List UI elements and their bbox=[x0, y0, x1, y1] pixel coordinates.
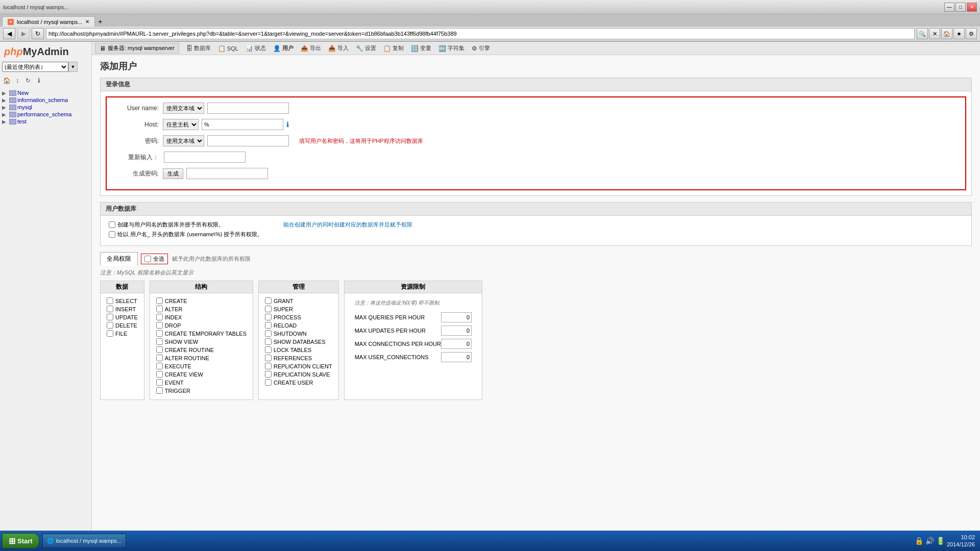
toolbar-sql-btn[interactable]: 📋 SQL bbox=[215, 44, 241, 53]
search-button[interactable]: 🔍 bbox=[917, 28, 928, 39]
reenter-input[interactable] bbox=[164, 152, 246, 163]
minimize-button[interactable]: — bbox=[944, 3, 954, 12]
create-checkbox[interactable] bbox=[156, 297, 163, 304]
resource-connections-input[interactable] bbox=[441, 339, 472, 349]
repl-client-checkbox[interactable] bbox=[265, 363, 272, 369]
execute-checkbox[interactable] bbox=[156, 363, 163, 369]
db-name-new[interactable]: New bbox=[17, 90, 29, 96]
home-button[interactable]: 🏠 bbox=[941, 28, 952, 39]
host-type-select[interactable]: 任意主机 bbox=[163, 119, 199, 130]
process-checkbox[interactable] bbox=[265, 314, 272, 320]
update-checkbox[interactable] bbox=[107, 314, 113, 320]
index-checkbox[interactable] bbox=[156, 314, 163, 320]
user-db-section-box: 用户数据库 创建与用户同名的数据库并授予所有权限。 给以 用户名_ 开头的数据库… bbox=[100, 202, 972, 246]
sidebar-refresh-icon[interactable]: ↻ bbox=[23, 76, 33, 85]
tools-button[interactable]: ⚙ bbox=[966, 28, 977, 39]
delete-checkbox[interactable] bbox=[107, 322, 113, 329]
resource-user-conn-input[interactable] bbox=[441, 352, 472, 362]
back-button[interactable]: ◀ bbox=[3, 28, 15, 39]
toolbar-status-btn[interactable]: 📊 状态 bbox=[242, 43, 269, 53]
db-name-perf[interactable]: performance_schema bbox=[17, 111, 71, 117]
start-button[interactable]: ⊞ Start bbox=[2, 533, 39, 548]
db-item-new[interactable]: ▶ New bbox=[2, 89, 89, 96]
maximize-button[interactable]: □ bbox=[955, 3, 966, 12]
toolbar-charset-btn[interactable]: 🔤 字符集 bbox=[435, 43, 468, 53]
drop-checkbox[interactable] bbox=[156, 322, 163, 329]
select-checkbox[interactable] bbox=[107, 297, 113, 304]
alter-routine-checkbox[interactable] bbox=[156, 355, 163, 361]
toolbar-engines-btn[interactable]: ⚙ 引擎 bbox=[469, 43, 493, 53]
db-icon-test bbox=[9, 119, 16, 124]
address-input[interactable] bbox=[46, 28, 915, 39]
db-item-test[interactable]: ▶ test bbox=[2, 118, 89, 125]
super-checkbox[interactable] bbox=[265, 306, 272, 312]
create-user-label: CREATE USER bbox=[274, 380, 313, 386]
lock-tables-checkbox[interactable] bbox=[265, 346, 272, 353]
taskbar-item-0[interactable]: 🌐 localhost / mysql wamps... bbox=[42, 534, 126, 548]
show-db-checkbox[interactable] bbox=[265, 338, 272, 345]
show-view-checkbox[interactable] bbox=[156, 338, 163, 345]
toolbar-users-btn[interactable]: 👤 用户 bbox=[270, 43, 297, 53]
grant-checkbox[interactable] bbox=[265, 297, 272, 304]
toolbar-sql-label: SQL bbox=[227, 45, 238, 52]
sidebar-info-icon[interactable]: ℹ bbox=[34, 76, 43, 85]
host-input[interactable] bbox=[202, 119, 283, 130]
create-db-checkbox[interactable] bbox=[109, 221, 115, 228]
create-view-checkbox[interactable] bbox=[156, 371, 163, 378]
check-all-checkbox[interactable] bbox=[144, 256, 151, 262]
favorites-button[interactable]: ★ bbox=[953, 28, 965, 39]
trigger-checkbox[interactable] bbox=[156, 387, 163, 394]
db-name-test[interactable]: test bbox=[17, 118, 27, 124]
generate-button[interactable]: 生成 bbox=[163, 168, 183, 179]
alter-checkbox[interactable] bbox=[156, 306, 163, 312]
sidebar-select-dropdown[interactable]: ▼ bbox=[68, 62, 78, 72]
references-checkbox[interactable] bbox=[265, 355, 272, 361]
close-button[interactable]: ✕ bbox=[967, 3, 977, 12]
reenter-label: 重新输入： bbox=[117, 153, 163, 162]
create-temp-checkbox[interactable] bbox=[156, 330, 163, 337]
shutdown-checkbox[interactable] bbox=[265, 330, 272, 337]
toolbar-export-btn[interactable]: 📤 导出 bbox=[298, 43, 324, 53]
prefix-db-checkbox[interactable] bbox=[109, 231, 115, 238]
refresh-button[interactable]: ↻ bbox=[32, 28, 44, 39]
sidebar-home-icon[interactable]: 🏠 bbox=[2, 76, 11, 85]
db-item-information-schema[interactable]: ▶ information_schema bbox=[2, 96, 89, 104]
server-icon: 🖥 bbox=[100, 45, 106, 52]
event-checkbox[interactable] bbox=[156, 379, 163, 386]
insert-checkbox[interactable] bbox=[107, 306, 113, 312]
db-name-mysql[interactable]: mysql bbox=[17, 104, 32, 110]
create-routine-checkbox[interactable] bbox=[156, 346, 163, 353]
toolbar-import-btn[interactable]: 📥 导入 bbox=[325, 43, 352, 53]
username-input[interactable] bbox=[207, 103, 289, 114]
refresh-stop-button[interactable]: ✕ bbox=[929, 28, 940, 39]
resource-updates-input[interactable] bbox=[441, 325, 472, 336]
new-tab-button[interactable]: + bbox=[95, 16, 105, 27]
repl-client-label: REPLICATION CLIENT bbox=[274, 363, 332, 369]
reload-checkbox[interactable] bbox=[265, 322, 272, 329]
browser-tab[interactable]: e localhost / mysql wamps... ✕ bbox=[2, 16, 95, 27]
recent-tables-select[interactable]: (最近使用的表） bbox=[2, 62, 68, 72]
global-priv-tab[interactable]: 全局权限 bbox=[100, 252, 138, 266]
password-input[interactable] bbox=[207, 135, 289, 146]
resource-note: 注意：将这些选项设为0(零) 即不限制. bbox=[351, 297, 476, 311]
forward-button[interactable]: ▶ bbox=[17, 28, 30, 39]
generated-password-input[interactable] bbox=[186, 168, 268, 179]
resource-queries-input[interactable] bbox=[441, 312, 472, 322]
db-item-performance-schema[interactable]: ▶ performance_schema bbox=[2, 111, 89, 118]
toolbar-database-btn[interactable]: 🗄 数据库 bbox=[183, 43, 214, 53]
db-item-mysql[interactable]: ▶ mysql bbox=[2, 104, 89, 111]
host-info-icon[interactable]: ℹ bbox=[286, 120, 289, 129]
sql-icon: 📋 bbox=[218, 45, 226, 52]
toolbar-copy-btn[interactable]: 📋 复制 bbox=[380, 43, 407, 53]
sidebar-arrow-icon[interactable]: ↕ bbox=[13, 76, 22, 85]
create-user-checkbox[interactable] bbox=[265, 379, 272, 386]
tab-close-icon[interactable]: ✕ bbox=[85, 19, 89, 24]
file-checkbox[interactable] bbox=[107, 330, 113, 337]
password-type-select[interactable]: 使用文本域 bbox=[163, 135, 204, 146]
username-type-select[interactable]: 使用文本域 bbox=[163, 103, 204, 114]
password-field: 使用文本域 bbox=[163, 135, 289, 146]
repl-slave-checkbox[interactable] bbox=[265, 371, 272, 378]
toolbar-settings-btn[interactable]: 🔧 设置 bbox=[353, 43, 379, 53]
db-name-info[interactable]: information_schema bbox=[17, 97, 68, 103]
toolbar-variables-btn[interactable]: 🔢 变量 bbox=[408, 43, 434, 53]
